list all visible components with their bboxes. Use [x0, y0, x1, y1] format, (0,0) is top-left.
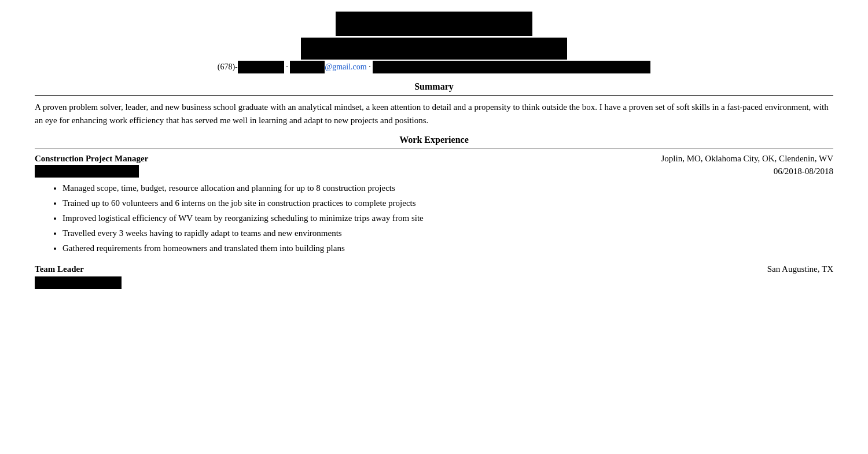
bullet-1-5: Gathered requirements from homeowners an…: [62, 241, 833, 255]
separator-2: ·: [367, 62, 373, 72]
resume-page: (678)- · @gmail.com · Summary A proven p…: [0, 0, 868, 454]
job-title-2: Team Leader: [35, 264, 84, 274]
job-company-row-2: [35, 275, 833, 289]
address-redacted: [373, 61, 650, 73]
contact-line: (678)- · @gmail.com ·: [35, 61, 833, 73]
company-redacted-1: [35, 165, 139, 178]
bullet-1-3: Improved logistical efficiency of WV tea…: [62, 211, 833, 225]
summary-title: Summary: [35, 82, 833, 92]
job-location-1: Joplin, MO, Oklahoma City, OK, Clendenin…: [661, 154, 833, 164]
phone-prefix: (678)-: [218, 62, 238, 72]
job-header-row-2: Team Leader San Augustine, TX: [35, 264, 833, 274]
job-entry-2: Team Leader San Augustine, TX: [35, 264, 833, 289]
summary-text: A proven problem solver, leader, and new…: [35, 101, 833, 127]
job-title-1: Construction Project Manager: [35, 154, 148, 164]
work-experience-title: Work Experience: [35, 135, 833, 145]
job-company-row-1: 06/2018-08/2018: [35, 165, 833, 178]
job-entry-1: Construction Project Manager Joplin, MO,…: [35, 154, 833, 255]
summary-divider: [35, 95, 833, 96]
email-link[interactable]: @gmail.com: [325, 62, 366, 72]
work-experience-divider: [35, 149, 833, 149]
phone-suffix-redacted: [290, 61, 325, 73]
name-area: [35, 12, 833, 60]
name-redacted-bottom: [301, 38, 567, 60]
company-redacted-2: [35, 276, 122, 289]
name-redacted-top: [336, 12, 532, 36]
job-header-row-1: Construction Project Manager Joplin, MO,…: [35, 154, 833, 164]
header-section: (678)- · @gmail.com ·: [35, 0, 833, 73]
separator-1: ·: [284, 62, 290, 72]
bullet-1-4: Travelled every 3 weeks having to rapidl…: [62, 226, 833, 240]
bullet-list-1: Managed scope, time, budget, resource al…: [62, 181, 833, 255]
phone-redacted: [238, 61, 284, 73]
job-date-1: 06/2018-08/2018: [774, 167, 833, 176]
job-location-2: San Augustine, TX: [767, 264, 833, 274]
bullet-1-1: Managed scope, time, budget, resource al…: [62, 181, 833, 195]
bullet-1-2: Trained up to 60 volunteers and 6 intern…: [62, 196, 833, 210]
